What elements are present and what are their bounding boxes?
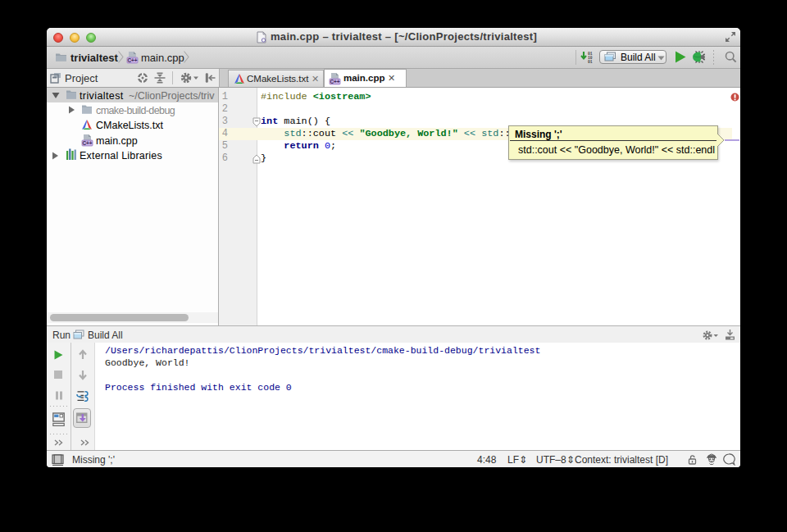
svg-text:C++: C++ [82,140,92,146]
svg-text:C++: C++ [127,57,137,63]
svg-text:01: 01 [588,60,593,64]
svg-text:C++: C++ [330,79,339,84]
